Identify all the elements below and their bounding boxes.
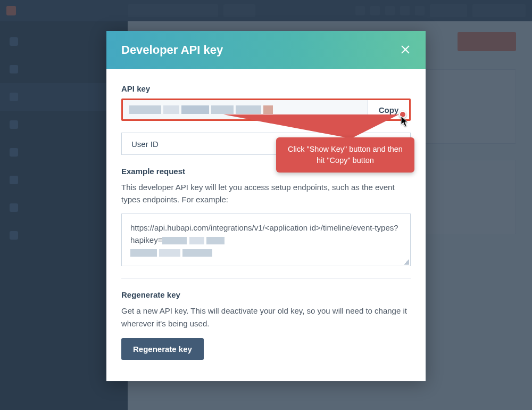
- api-key-label: API key: [121, 84, 411, 93]
- regenerate-section: Regenerate key Get a new API key. This w…: [121, 290, 411, 360]
- modal-title: Developer API key: [121, 43, 223, 57]
- close-icon: [400, 44, 411, 55]
- instruction-callout: Click "Show Key" button and then hit "Co…: [276, 137, 414, 173]
- modal-header: Developer API key: [106, 31, 426, 69]
- close-button[interactable]: [400, 44, 411, 56]
- example-request-box[interactable]: https://api.hubapi.com/integrations/v1/<…: [121, 214, 411, 267]
- api-key-field-group: API key Copy: [121, 84, 411, 121]
- regenerate-button[interactable]: Regenerate key: [121, 338, 204, 360]
- api-key-row: Copy: [121, 99, 411, 121]
- example-description: This developer API key will let you acce…: [121, 181, 411, 206]
- divider: [121, 278, 411, 278]
- modal-body: API key Copy User ID Example request T: [106, 69, 426, 381]
- callout-dot-icon: [399, 111, 406, 118]
- api-key-modal: Developer API key API key Copy U: [106, 31, 426, 381]
- user-id-label: User ID: [131, 140, 159, 149]
- api-key-input[interactable]: [123, 100, 368, 119]
- regenerate-label: Regenerate key: [121, 290, 411, 299]
- example-section: Example request This developer API key w…: [121, 167, 411, 266]
- regenerate-description: Get a new API key. This will deactivate …: [121, 305, 411, 330]
